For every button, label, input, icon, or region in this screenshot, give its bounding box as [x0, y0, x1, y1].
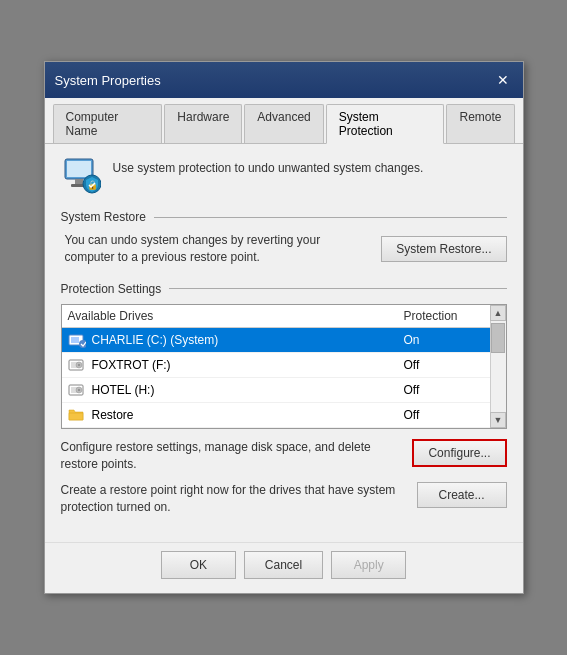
- create-description: Create a restore point right now for the…: [61, 482, 407, 516]
- svg-rect-1: [67, 161, 91, 177]
- drive-row-restore[interactable]: Restore Off: [62, 403, 490, 428]
- tab-advanced[interactable]: Advanced: [244, 104, 323, 143]
- scroll-down-arrow[interactable]: ▼: [490, 412, 506, 428]
- drives-table: Available Drives Protection CH: [61, 304, 507, 429]
- tab-system-protection[interactable]: System Protection: [326, 104, 445, 144]
- system-restore-section: System Restore You can undo system chang…: [61, 210, 507, 266]
- tab-remote[interactable]: Remote: [446, 104, 514, 143]
- configure-description: Configure restore settings, manage disk …: [61, 439, 403, 473]
- system-restore-body: You can undo system changes by reverting…: [61, 232, 507, 266]
- tab-content: 🔒 Use system protection to undo unwanted…: [45, 144, 523, 542]
- tab-hardware[interactable]: Hardware: [164, 104, 242, 143]
- drive-row-charlie[interactable]: CHARLIE (C:) (System) On: [62, 328, 490, 353]
- create-row: Create a restore point right now for the…: [61, 482, 507, 516]
- svg-rect-7: [71, 337, 79, 343]
- folder-icon-restore: [68, 407, 86, 423]
- system-restore-description: You can undo system changes by reverting…: [65, 232, 372, 266]
- col-header-drive: Available Drives: [68, 309, 404, 323]
- computer-icon: 🔒: [61, 156, 101, 196]
- tab-bar: Computer Name Hardware Advanced System P…: [45, 98, 523, 144]
- footer-buttons: OK Cancel Apply: [45, 542, 523, 593]
- drives-scrollbar[interactable]: ▲ ▼: [490, 305, 506, 428]
- scroll-up-arrow[interactable]: ▲: [490, 305, 506, 321]
- header-description: Use system protection to undo unwanted s…: [113, 156, 424, 177]
- drive-row-hotel[interactable]: HOTEL (H:) Off: [62, 378, 490, 403]
- col-header-protection: Protection: [404, 309, 484, 323]
- window-title: System Properties: [55, 73, 161, 88]
- system-restore-button[interactable]: System Restore...: [381, 236, 506, 262]
- drive-protection-charlie: On: [404, 333, 484, 347]
- configure-row: Configure restore settings, manage disk …: [61, 439, 507, 473]
- configure-button[interactable]: Configure...: [412, 439, 506, 467]
- drives-table-content: Available Drives Protection CH: [62, 305, 490, 428]
- protection-settings-label: Protection Settings: [61, 282, 507, 296]
- tab-computer-name[interactable]: Computer Name: [53, 104, 163, 143]
- drive-name-restore: Restore: [68, 407, 404, 423]
- create-button[interactable]: Create...: [417, 482, 507, 508]
- drive-icon-foxtrot: [68, 357, 86, 373]
- close-button[interactable]: ✕: [493, 70, 513, 90]
- ok-button[interactable]: OK: [161, 551, 236, 579]
- scroll-thumb[interactable]: [491, 323, 505, 353]
- svg-point-16: [78, 389, 80, 391]
- drive-icon-hotel: [68, 382, 86, 398]
- svg-rect-2: [75, 179, 83, 184]
- drive-protection-restore: Off: [404, 408, 484, 422]
- drive-icon-charlie: [68, 332, 86, 348]
- system-restore-label: System Restore: [61, 210, 507, 224]
- drive-protection-hotel: Off: [404, 383, 484, 397]
- header-section: 🔒 Use system protection to undo unwanted…: [61, 156, 507, 196]
- system-properties-window: System Properties ✕ Computer Name Hardwa…: [44, 61, 524, 594]
- drive-name-charlie: CHARLIE (C:) (System): [68, 332, 404, 348]
- apply-button[interactable]: Apply: [331, 551, 406, 579]
- drive-name-hotel: HOTEL (H:): [68, 382, 404, 398]
- protection-settings-section: Protection Settings Available Drives Pro…: [61, 282, 507, 516]
- drives-table-header: Available Drives Protection: [62, 305, 490, 328]
- svg-rect-17: [69, 413, 83, 420]
- svg-point-12: [78, 364, 80, 366]
- drive-name-foxtrot: FOXTROT (F:): [68, 357, 404, 373]
- drive-protection-foxtrot: Off: [404, 358, 484, 372]
- cancel-button[interactable]: Cancel: [244, 551, 323, 579]
- title-bar: System Properties ✕: [45, 62, 523, 98]
- drive-row-foxtrot[interactable]: FOXTROT (F:) Off: [62, 353, 490, 378]
